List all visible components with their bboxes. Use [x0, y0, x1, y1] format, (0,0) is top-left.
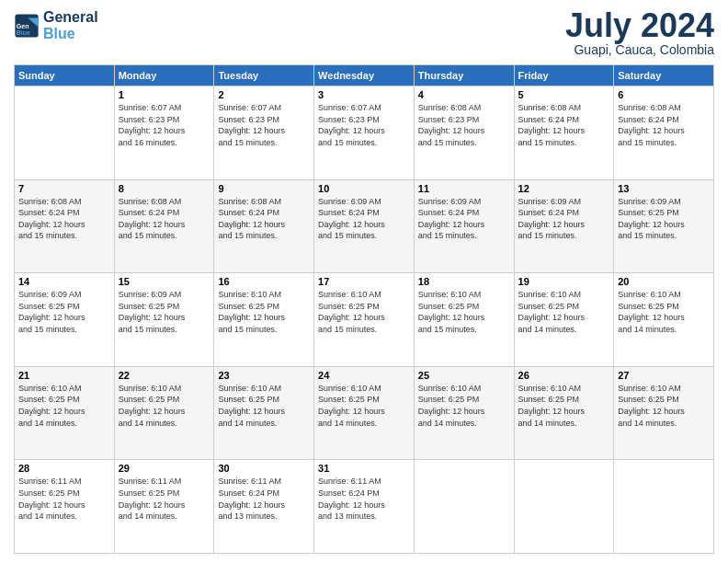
- day-number: 19: [518, 276, 610, 287]
- day-number: 25: [418, 370, 510, 381]
- calendar-cell: 10Sunrise: 6:09 AM Sunset: 6:24 PM Dayli…: [314, 179, 415, 273]
- day-info: Sunrise: 6:11 AM Sunset: 6:24 PM Dayligh…: [318, 476, 410, 522]
- day-number: 18: [418, 276, 510, 287]
- day-info: Sunrise: 6:10 AM Sunset: 6:25 PM Dayligh…: [318, 289, 410, 335]
- calendar-cell: 15Sunrise: 6:09 AM Sunset: 6:25 PM Dayli…: [114, 273, 214, 367]
- day-info: Sunrise: 6:09 AM Sunset: 6:24 PM Dayligh…: [318, 196, 410, 242]
- day-number: 11: [418, 183, 510, 194]
- week-row-1: 1Sunrise: 6:07 AM Sunset: 6:23 PM Daylig…: [15, 86, 714, 180]
- month-title: July 2024: [565, 9, 714, 42]
- calendar-cell: 3Sunrise: 6:07 AM Sunset: 6:23 PM Daylig…: [314, 86, 415, 180]
- calendar-cell: 26Sunrise: 6:10 AM Sunset: 6:25 PM Dayli…: [514, 366, 614, 460]
- day-number: 7: [18, 183, 110, 194]
- day-info: Sunrise: 6:08 AM Sunset: 6:24 PM Dayligh…: [518, 102, 610, 148]
- day-number: 10: [318, 183, 410, 194]
- svg-text:Blue: Blue: [17, 29, 30, 35]
- calendar-cell: [614, 460, 714, 554]
- calendar-cell: 28Sunrise: 6:11 AM Sunset: 6:25 PM Dayli…: [15, 460, 115, 554]
- day-number: 13: [618, 183, 710, 194]
- calendar-cell: 8Sunrise: 6:08 AM Sunset: 6:24 PM Daylig…: [114, 179, 214, 273]
- day-info: Sunrise: 6:10 AM Sunset: 6:25 PM Dayligh…: [618, 383, 710, 429]
- day-number: 24: [318, 370, 410, 381]
- day-number: 28: [18, 463, 110, 474]
- calendar-cell: 18Sunrise: 6:10 AM Sunset: 6:25 PM Dayli…: [414, 273, 514, 367]
- calendar-cell: 6Sunrise: 6:08 AM Sunset: 6:24 PM Daylig…: [614, 86, 714, 180]
- day-info: Sunrise: 6:10 AM Sunset: 6:25 PM Dayligh…: [218, 289, 310, 335]
- calendar-cell: 30Sunrise: 6:11 AM Sunset: 6:24 PM Dayli…: [214, 460, 314, 554]
- svg-text:Gen: Gen: [17, 22, 29, 29]
- day-number: 12: [518, 183, 610, 194]
- calendar-cell: 27Sunrise: 6:10 AM Sunset: 6:25 PM Dayli…: [614, 366, 714, 460]
- day-number: 5: [518, 89, 610, 100]
- calendar-cell: [15, 86, 115, 180]
- day-info: Sunrise: 6:07 AM Sunset: 6:23 PM Dayligh…: [318, 102, 410, 148]
- calendar-cell: 19Sunrise: 6:10 AM Sunset: 6:25 PM Dayli…: [514, 273, 614, 367]
- day-info: Sunrise: 6:11 AM Sunset: 6:24 PM Dayligh…: [218, 476, 310, 522]
- calendar-cell: 2Sunrise: 6:07 AM Sunset: 6:23 PM Daylig…: [214, 86, 314, 180]
- day-number: 15: [119, 276, 210, 287]
- calendar-cell: 16Sunrise: 6:10 AM Sunset: 6:25 PM Dayli…: [214, 273, 314, 367]
- calendar-cell: 4Sunrise: 6:08 AM Sunset: 6:23 PM Daylig…: [414, 86, 514, 180]
- calendar-cell: 22Sunrise: 6:10 AM Sunset: 6:25 PM Dayli…: [114, 366, 214, 460]
- week-row-3: 14Sunrise: 6:09 AM Sunset: 6:25 PM Dayli…: [15, 273, 714, 367]
- logo-icon: Gen Blue: [14, 13, 40, 39]
- calendar-table: SundayMondayTuesdayWednesdayThursdayFrid…: [14, 64, 714, 554]
- calendar-cell: 13Sunrise: 6:09 AM Sunset: 6:25 PM Dayli…: [614, 179, 714, 273]
- day-number: 6: [618, 89, 710, 100]
- day-info: Sunrise: 6:11 AM Sunset: 6:25 PM Dayligh…: [18, 476, 110, 522]
- calendar-page: Gen Blue General Blue July 2024 Guapi, C…: [0, 0, 728, 563]
- location-subtitle: Guapi, Cauca, Colombia: [565, 42, 714, 57]
- calendar-cell: 14Sunrise: 6:09 AM Sunset: 6:25 PM Dayli…: [15, 273, 115, 367]
- day-number: 16: [218, 276, 310, 287]
- logo-text: General Blue: [43, 9, 98, 41]
- day-number: 23: [218, 370, 310, 381]
- calendar-cell: 11Sunrise: 6:09 AM Sunset: 6:24 PM Dayli…: [414, 179, 514, 273]
- logo: Gen Blue General Blue: [14, 9, 98, 41]
- day-number: 4: [418, 89, 510, 100]
- day-number: 2: [218, 89, 310, 100]
- day-number: 21: [18, 370, 110, 381]
- day-number: 31: [318, 463, 410, 474]
- day-number: 3: [318, 89, 410, 100]
- day-number: 29: [119, 463, 210, 474]
- week-row-5: 28Sunrise: 6:11 AM Sunset: 6:25 PM Dayli…: [15, 460, 714, 554]
- weekday-header-tuesday: Tuesday: [214, 65, 314, 86]
- calendar-cell: 1Sunrise: 6:07 AM Sunset: 6:23 PM Daylig…: [114, 86, 214, 180]
- week-row-2: 7Sunrise: 6:08 AM Sunset: 6:24 PM Daylig…: [15, 179, 714, 273]
- calendar-cell: 31Sunrise: 6:11 AM Sunset: 6:24 PM Dayli…: [314, 460, 415, 554]
- calendar-cell: 20Sunrise: 6:10 AM Sunset: 6:25 PM Dayli…: [614, 273, 714, 367]
- calendar-cell: 25Sunrise: 6:10 AM Sunset: 6:25 PM Dayli…: [414, 366, 514, 460]
- weekday-header-row: SundayMondayTuesdayWednesdayThursdayFrid…: [15, 65, 714, 86]
- day-info: Sunrise: 6:08 AM Sunset: 6:24 PM Dayligh…: [119, 196, 210, 242]
- title-block: July 2024 Guapi, Cauca, Colombia: [565, 9, 714, 57]
- day-info: Sunrise: 6:09 AM Sunset: 6:25 PM Dayligh…: [18, 289, 110, 335]
- calendar-cell: 21Sunrise: 6:10 AM Sunset: 6:25 PM Dayli…: [15, 366, 115, 460]
- day-info: Sunrise: 6:08 AM Sunset: 6:24 PM Dayligh…: [218, 196, 310, 242]
- calendar-cell: 5Sunrise: 6:08 AM Sunset: 6:24 PM Daylig…: [514, 86, 614, 180]
- day-info: Sunrise: 6:10 AM Sunset: 6:25 PM Dayligh…: [218, 383, 310, 429]
- day-number: 9: [218, 183, 310, 194]
- day-info: Sunrise: 6:10 AM Sunset: 6:25 PM Dayligh…: [418, 383, 510, 429]
- weekday-header-thursday: Thursday: [414, 65, 514, 86]
- day-number: 26: [518, 370, 610, 381]
- day-info: Sunrise: 6:10 AM Sunset: 6:25 PM Dayligh…: [119, 383, 210, 429]
- day-info: Sunrise: 6:10 AM Sunset: 6:25 PM Dayligh…: [18, 383, 110, 429]
- day-info: Sunrise: 6:08 AM Sunset: 6:24 PM Dayligh…: [618, 102, 710, 148]
- calendar-cell: [414, 460, 514, 554]
- weekday-header-wednesday: Wednesday: [314, 65, 415, 86]
- day-info: Sunrise: 6:10 AM Sunset: 6:25 PM Dayligh…: [318, 383, 410, 429]
- day-number: 1: [119, 89, 210, 100]
- header: Gen Blue General Blue July 2024 Guapi, C…: [14, 9, 714, 57]
- day-info: Sunrise: 6:07 AM Sunset: 6:23 PM Dayligh…: [119, 102, 210, 148]
- week-row-4: 21Sunrise: 6:10 AM Sunset: 6:25 PM Dayli…: [15, 366, 714, 460]
- day-info: Sunrise: 6:10 AM Sunset: 6:25 PM Dayligh…: [518, 383, 610, 429]
- day-info: Sunrise: 6:10 AM Sunset: 6:25 PM Dayligh…: [418, 289, 510, 335]
- day-number: 30: [218, 463, 310, 474]
- day-info: Sunrise: 6:10 AM Sunset: 6:25 PM Dayligh…: [618, 289, 710, 335]
- calendar-cell: 29Sunrise: 6:11 AM Sunset: 6:25 PM Dayli…: [114, 460, 214, 554]
- day-info: Sunrise: 6:08 AM Sunset: 6:23 PM Dayligh…: [418, 102, 510, 148]
- day-number: 22: [119, 370, 210, 381]
- day-number: 27: [618, 370, 710, 381]
- day-info: Sunrise: 6:09 AM Sunset: 6:25 PM Dayligh…: [618, 196, 710, 242]
- day-number: 8: [119, 183, 210, 194]
